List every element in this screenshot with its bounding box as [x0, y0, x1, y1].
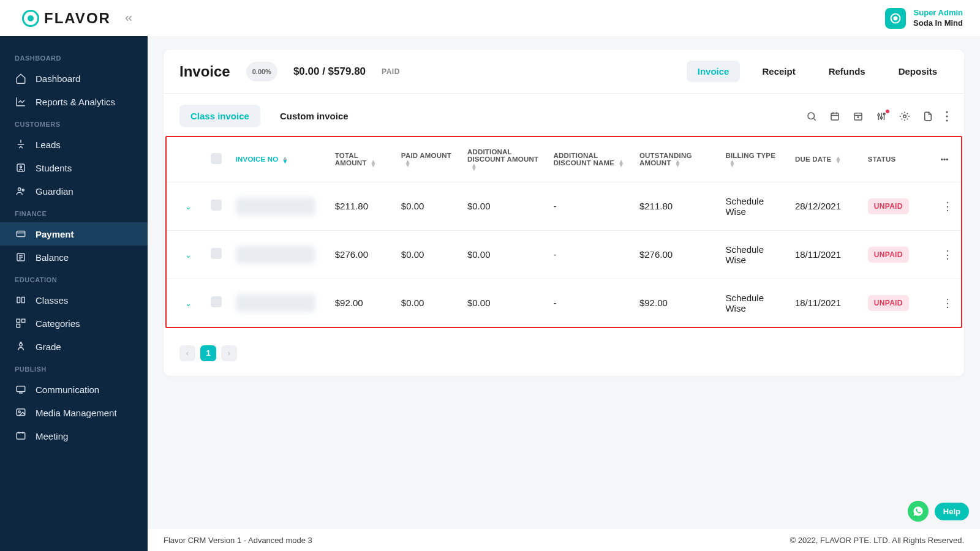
status-badge: UNPAID — [868, 198, 909, 214]
row-more-icon[interactable]: ⋮ — [935, 230, 961, 279]
tab-deposits[interactable]: Deposits — [888, 61, 948, 82]
page-next[interactable]: › — [221, 345, 237, 361]
brand-logo[interactable]: FLAVOR — [22, 10, 111, 27]
cell-addl-name: - — [547, 182, 633, 230]
sidebar-item-meeting[interactable]: Meeting — [0, 424, 148, 448]
leads-icon — [15, 139, 27, 150]
sidebar-item-leads[interactable]: Leads — [0, 133, 148, 156]
col-due[interactable]: DUE DATE▲▼ — [789, 137, 862, 182]
amount-summary: $0.00 / $579.80 — [293, 66, 366, 78]
svg-point-23 — [946, 111, 948, 113]
invoice-no-redacted — [236, 294, 315, 312]
row-checkbox[interactable] — [211, 248, 222, 259]
row-checkbox[interactable] — [211, 200, 222, 211]
svg-point-20 — [881, 116, 883, 118]
expand-row-icon[interactable]: ⌄ — [181, 202, 195, 211]
sidebar: DASHBOARD Dashboard Reports & Analytics … — [0, 36, 148, 551]
balance-icon — [15, 252, 27, 263]
cell-due: 18/11/2021 — [789, 230, 862, 279]
col-addl-name[interactable]: ADDITIONAL DISCOUNT NAME▲▼ — [547, 137, 633, 182]
tab-invoice[interactable]: Invoice — [687, 61, 741, 82]
svg-point-4 — [18, 188, 21, 191]
col-paid[interactable]: PAID AMOUNT▲▼ — [395, 137, 461, 182]
svg-point-1 — [894, 17, 897, 20]
sidebar-item-communication[interactable]: Communication — [0, 378, 148, 401]
table-row: ⌄ $211.80 $0.00 $0.00 - $211.80 Schedule… — [167, 182, 961, 230]
filter-settings-icon[interactable] — [876, 111, 887, 122]
search-icon[interactable] — [806, 111, 817, 122]
sidebar-item-categories[interactable]: Categories — [0, 312, 148, 335]
invoice-table-highlight: INVOICE NO▲▼ TOTAL AMOUNT▲▼ PAID AMOUNT▲… — [165, 136, 962, 328]
tab-receipt[interactable]: Receipt — [751, 61, 806, 82]
categories-icon — [15, 318, 27, 329]
whatsapp-fab[interactable] — [908, 501, 929, 522]
svg-rect-12 — [17, 386, 25, 392]
svg-point-3 — [20, 166, 22, 168]
help-button[interactable]: Help — [935, 503, 969, 520]
cell-total: $276.00 — [329, 230, 395, 279]
svg-rect-8 — [17, 319, 20, 322]
sidebar-item-grade[interactable]: Grade — [0, 335, 148, 358]
sidebar-item-reports[interactable]: Reports & Analytics — [0, 90, 148, 113]
cell-outstanding: $211.80 — [633, 182, 720, 230]
sidebar-item-label: Media Management — [36, 408, 117, 418]
svg-point-5 — [22, 189, 24, 191]
user-info: Super Admin Soda In Mind — [913, 8, 963, 29]
row-more-icon[interactable]: ⋮ — [935, 279, 961, 327]
export-icon[interactable] — [922, 111, 933, 122]
sidebar-item-dashboard[interactable]: Dashboard — [0, 67, 148, 90]
gear-icon[interactable] — [899, 111, 910, 122]
svg-point-19 — [878, 114, 880, 116]
svg-point-24 — [946, 115, 948, 117]
sidebar-item-balance[interactable]: Balance — [0, 246, 148, 269]
cell-paid: $0.00 — [395, 279, 461, 327]
avatar-icon — [885, 8, 906, 29]
page-current[interactable]: 1 — [200, 345, 216, 361]
row-checkbox[interactable] — [211, 296, 222, 307]
row-more-icon[interactable]: ⋮ — [935, 182, 961, 230]
user-menu[interactable]: Super Admin Soda In Mind — [885, 8, 963, 29]
sidebar-item-payment[interactable]: Payment — [0, 222, 148, 246]
expand-row-icon[interactable]: ⌄ — [181, 250, 195, 260]
col-total[interactable]: TOTAL AMOUNT▲▼ — [329, 137, 395, 182]
cell-paid: $0.00 — [395, 230, 461, 279]
sidebar-item-label: Students — [36, 163, 72, 173]
svg-rect-6 — [17, 231, 25, 237]
footer-version: Flavor CRM Version 1 - Advanced mode 3 — [164, 536, 312, 545]
table-toolbar — [806, 111, 948, 122]
svg-point-21 — [883, 113, 885, 114]
calendar-icon[interactable] — [829, 111, 840, 122]
invoice-table: INVOICE NO▲▼ TOTAL AMOUNT▲▼ PAID AMOUNT▲… — [167, 137, 961, 327]
page-prev[interactable]: ‹ — [179, 345, 195, 361]
subtab-class-invoice[interactable]: Class invoice — [179, 105, 260, 127]
col-invoice-no[interactable]: INVOICE NO▲▼ — [230, 137, 329, 182]
status-badge: UNPAID — [868, 295, 909, 311]
col-status[interactable]: STATUS — [862, 137, 935, 182]
user-name: Soda In Mind — [913, 18, 963, 29]
sidebar-item-label: Meeting — [36, 431, 68, 441]
sidebar-item-media[interactable]: Media Management — [0, 401, 148, 424]
page-title: Invoice — [179, 63, 230, 80]
chart-icon — [15, 96, 27, 107]
sidebar-item-label: Grade — [36, 342, 61, 352]
more-icon[interactable] — [946, 111, 948, 122]
invoice-card: Invoice 0.00% $0.00 / $579.80 PAID Invoi… — [164, 50, 964, 376]
brand-name: FLAVOR — [44, 10, 111, 27]
calendar-add-icon[interactable] — [853, 111, 864, 122]
sidebar-item-students[interactable]: Students — [0, 156, 148, 179]
subtab-custom-invoice[interactable]: Custom invoice — [269, 105, 360, 127]
expand-row-icon[interactable]: ⌄ — [181, 299, 195, 308]
cell-total: $211.80 — [329, 182, 395, 230]
collapse-sidebar-icon[interactable] — [123, 13, 134, 24]
col-billing[interactable]: BILLING TYPE▲▼ — [719, 137, 788, 182]
cell-addl-name: - — [547, 230, 633, 279]
sidebar-item-classes[interactable]: Classes — [0, 288, 148, 312]
col-addl-amount[interactable]: ADDITIONAL DISCOUNT AMOUNT▲▼ — [461, 137, 548, 182]
svg-rect-15 — [17, 433, 25, 440]
tab-refunds[interactable]: Refunds — [818, 61, 876, 82]
payment-icon — [15, 228, 27, 239]
col-outstanding[interactable]: OUTSTANDING AMOUNT▲▼ — [633, 137, 720, 182]
sidebar-item-guardian[interactable]: Guardian — [0, 179, 148, 203]
select-all-checkbox[interactable] — [211, 153, 222, 164]
col-actions: ••• — [935, 137, 961, 182]
